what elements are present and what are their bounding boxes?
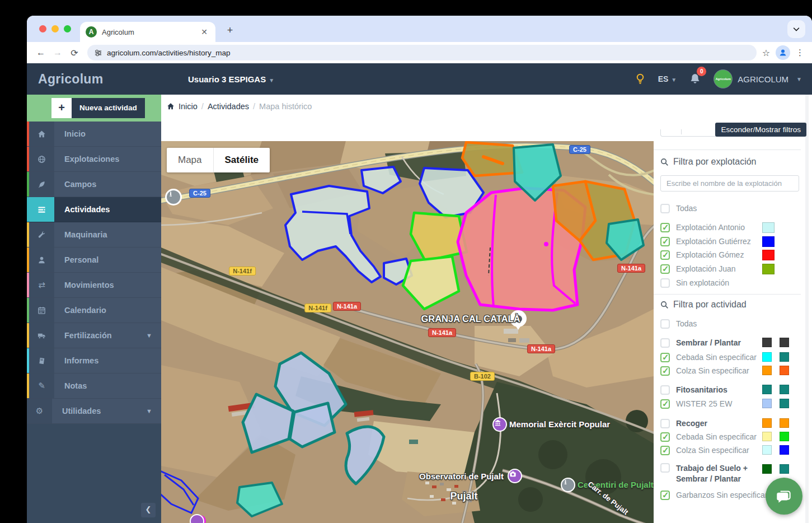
checkbox[interactable] bbox=[660, 204, 670, 213]
checkbox[interactable] bbox=[660, 250, 670, 260]
checkbox[interactable] bbox=[660, 319, 670, 329]
new-tab-button[interactable]: + bbox=[223, 24, 237, 38]
lightbulb-icon[interactable] bbox=[635, 73, 646, 85]
chat-widget-button[interactable] bbox=[766, 478, 802, 515]
tab-strip: A Agricolum ✕ + bbox=[27, 16, 812, 42]
map-view-button[interactable]: Mapa bbox=[167, 148, 213, 172]
color-swatch bbox=[780, 385, 789, 394]
app-navbar: Agricolum Usuario 3 ESPIGAS▼ ES▼ 0 Agric… bbox=[27, 63, 812, 95]
camera-icon[interactable] bbox=[508, 469, 522, 483]
new-activity-button[interactable]: + Nueva actividad bbox=[27, 95, 161, 122]
sidebar-item-actividades[interactable]: Actividades bbox=[27, 197, 161, 222]
color-swatch bbox=[762, 432, 772, 441]
checkbox[interactable] bbox=[660, 463, 670, 473]
checkbox[interactable] bbox=[660, 278, 670, 288]
browser-menu-icon[interactable]: ⋮ bbox=[796, 48, 804, 58]
language-dropdown[interactable]: ES▼ bbox=[658, 74, 677, 84]
address-bar[interactable]: agricolum.com/activities/history_map bbox=[87, 45, 757, 60]
gear-icon: ⚙ bbox=[27, 399, 52, 423]
site-settings-icon[interactable] bbox=[94, 49, 102, 57]
color-swatch bbox=[762, 418, 772, 428]
plus-icon: + bbox=[51, 98, 72, 118]
bookmark-star-icon[interactable]: ☆ bbox=[762, 48, 770, 58]
browser-profile-avatar[interactable] bbox=[776, 45, 790, 60]
sidebar-item-personal[interactable]: Personal bbox=[27, 248, 161, 273]
monument-icon[interactable] bbox=[165, 189, 182, 206]
tab-close-icon[interactable]: ✕ bbox=[199, 27, 210, 36]
filter-row-todas-actividad: Todas bbox=[660, 317, 801, 330]
checkbox[interactable] bbox=[660, 366, 670, 376]
color-swatch bbox=[780, 352, 789, 362]
user-selector-dropdown[interactable]: Usuario 3 ESPIGAS▼ bbox=[188, 74, 274, 84]
road-badge-n141a: N-141a bbox=[617, 264, 645, 273]
globe-icon bbox=[29, 147, 54, 171]
sidebar-item-explotaciones[interactable]: Explotaciones bbox=[27, 147, 161, 172]
forward-icon[interactable]: → bbox=[49, 48, 66, 58]
explotacion-search-input[interactable] bbox=[660, 175, 799, 192]
color-swatch bbox=[780, 418, 789, 428]
color-swatch bbox=[762, 399, 772, 408]
color-swatch bbox=[762, 445, 772, 455]
back-icon[interactable]: ← bbox=[32, 48, 49, 58]
checkbox[interactable] bbox=[660, 223, 670, 232]
checkbox[interactable] bbox=[660, 491, 670, 500]
activities-list-icon bbox=[29, 197, 54, 222]
place-label-observatori: Observatori de Pujalt bbox=[419, 471, 504, 481]
sidebar-item-movimientos[interactable]: ⇄ Movimientos bbox=[27, 273, 161, 298]
sidebar-collapse-button[interactable]: ❮ bbox=[141, 503, 156, 517]
checkbox[interactable] bbox=[660, 338, 670, 348]
checkbox[interactable] bbox=[660, 237, 670, 246]
tab-search-button[interactable] bbox=[787, 20, 805, 38]
app-brand[interactable]: Agricolum bbox=[27, 72, 161, 87]
minimize-window-button[interactable] bbox=[51, 25, 59, 32]
color-swatch bbox=[780, 366, 789, 375]
notifications-button[interactable]: 0 bbox=[689, 72, 701, 86]
satellite-map[interactable]: Mapa Satélite C-25 C-25 N-141f N-141f N-… bbox=[161, 141, 654, 523]
sidebar-item-maquinaria[interactable]: Maquinaria bbox=[27, 222, 161, 248]
maximize-window-button[interactable] bbox=[64, 25, 71, 32]
transfer-arrows-icon: ⇄ bbox=[29, 273, 54, 297]
sidebar-item-campos[interactable]: Campos bbox=[27, 172, 161, 197]
checkbox[interactable] bbox=[660, 446, 670, 455]
checkbox[interactable] bbox=[660, 419, 670, 428]
sidebar-item-calendario[interactable]: Calendario bbox=[27, 298, 161, 323]
filter-row-actividad: Fitosanitarios bbox=[660, 384, 801, 396]
checkbox[interactable] bbox=[660, 353, 670, 362]
filter-row-actividad: Colza Sin especificar bbox=[660, 365, 801, 377]
breadcrumb: Inicio / Actividades / Mapa histórico bbox=[167, 102, 312, 111]
checkbox[interactable] bbox=[660, 432, 670, 442]
reload-icon[interactable]: ⟳ bbox=[66, 48, 83, 58]
filter-row-actividad: Recoger bbox=[660, 417, 801, 429]
museum-icon[interactable] bbox=[492, 417, 507, 432]
sidebar-item-informes[interactable]: Informes bbox=[27, 348, 161, 373]
filter-row-actividad: WISTER 25 EW bbox=[660, 398, 801, 410]
close-window-button[interactable] bbox=[39, 25, 46, 32]
sidebar-item-fertilizacion[interactable]: Fertilización ▼ bbox=[27, 323, 161, 348]
sidebar-item-inicio[interactable]: Inicio bbox=[27, 122, 161, 147]
tab-favicon: A bbox=[86, 26, 97, 38]
pencil-icon: ✎ bbox=[29, 373, 54, 398]
color-swatch bbox=[762, 250, 775, 260]
filter-panel: Filtra por explotación Todas Explotación… bbox=[654, 95, 809, 523]
road-badge-n141a: N-141a bbox=[333, 302, 361, 311]
checkbox[interactable] bbox=[660, 264, 670, 274]
color-swatch bbox=[762, 236, 775, 247]
browser-window: A Agricolum ✕ + ← → ⟳ agricolum.com/acti… bbox=[27, 16, 812, 523]
sidebar-item-utilidades[interactable]: ⚙ Utilidades ▼ bbox=[27, 399, 161, 424]
sidebar-footer: ❮ bbox=[27, 424, 161, 523]
checkbox[interactable] bbox=[660, 399, 670, 409]
breadcrumb-home[interactable]: Inicio bbox=[179, 102, 198, 111]
monument-icon[interactable] bbox=[561, 478, 575, 492]
toggle-filters-button[interactable]: Esconder/Mostrar filtros bbox=[715, 123, 806, 137]
browser-toolbar: ← → ⟳ agricolum.com/activities/history_m… bbox=[27, 42, 812, 63]
checkbox[interactable] bbox=[660, 385, 670, 395]
satellite-view-button[interactable]: Satélite bbox=[214, 148, 270, 172]
sidebar-item-notas[interactable]: ✎ Notas bbox=[27, 373, 161, 399]
account-dropdown[interactable]: Agricolum AGRICOLUM ▼ bbox=[714, 69, 802, 88]
browser-tab[interactable]: A Agricolum ✕ bbox=[80, 22, 215, 42]
window-controls[interactable] bbox=[39, 25, 71, 32]
breadcrumb-actividades[interactable]: Actividades bbox=[208, 102, 249, 111]
chevron-down-icon bbox=[792, 25, 800, 33]
filter-explotacion-heading: Filtra por explotación bbox=[660, 157, 757, 167]
chevron-down-icon: ▼ bbox=[796, 76, 802, 82]
